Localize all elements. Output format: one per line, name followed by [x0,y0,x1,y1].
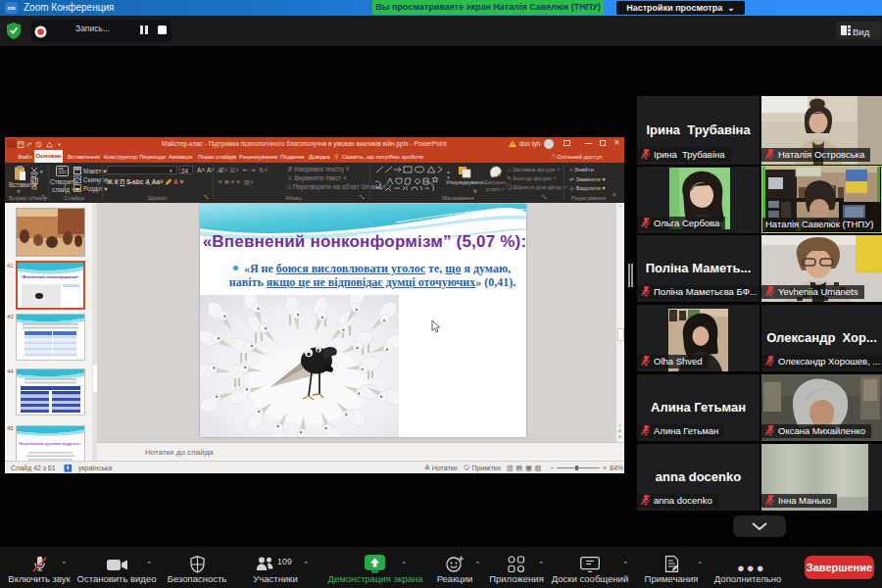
svg-text:Національна духовна мудрість:: Національна духовна мудрість: [19,441,80,446]
svg-text:«Впевнений нонконформізм»: «Впевнений нонконформізм» [22,274,80,279]
